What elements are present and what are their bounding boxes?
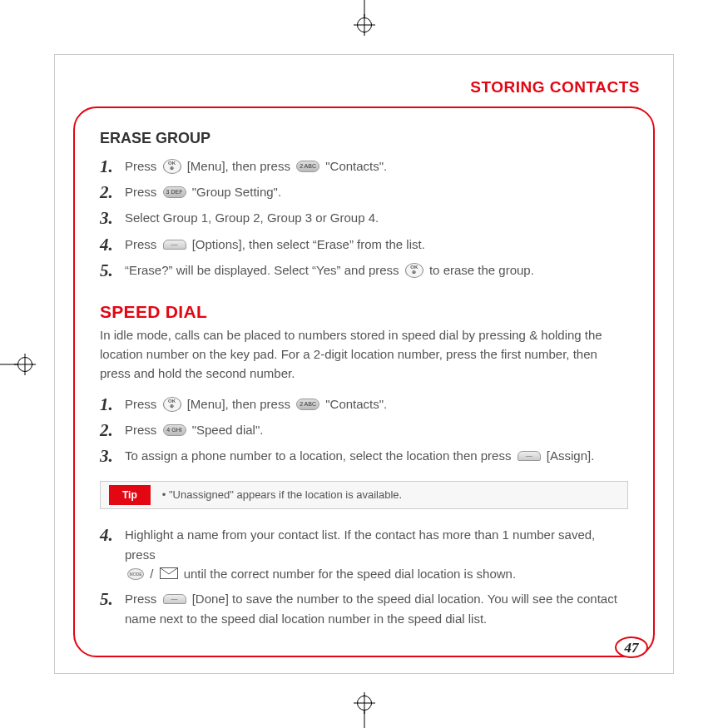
step-text: "Contacts".: [325, 397, 387, 411]
speed-dial-intro: In idle mode, calls can be placed to num…: [100, 325, 628, 384]
key-4ghi-icon: 4 GHI: [163, 424, 186, 436]
softkey-icon: [518, 451, 541, 461]
step: 3. To assign a phone number to a locatio…: [100, 443, 628, 469]
step: 5. Press [Done] to save the number to th…: [100, 587, 628, 631]
registration-mark: [357, 696, 372, 711]
step-text: "Speed dial".: [192, 423, 264, 437]
step-number: 2.: [100, 182, 125, 203]
step-text: Press: [125, 423, 161, 437]
key-3def-icon: 3 DEF: [163, 186, 186, 198]
step-text: "Group Setting".: [192, 185, 281, 199]
step-text: [Menu], then press: [187, 159, 294, 173]
step: 3. Select Group 1, Group 2, Group 3 or G…: [100, 206, 628, 231]
ok-key-icon: [405, 263, 423, 278]
step-number: 1.: [100, 156, 125, 177]
speed-dial-steps-a: 1. Press [Menu], then press 2 ABC "Conta…: [100, 392, 628, 470]
page-header: STORING CONTACTS: [73, 78, 655, 97]
ok-key-icon: [163, 397, 181, 412]
section-title-erase-group: ERASE GROUP: [100, 130, 628, 147]
softkey-icon: [163, 240, 186, 250]
step-text: [Menu], then press: [187, 397, 294, 411]
step: 2. Press 4 GHI "Speed dial".: [100, 418, 628, 443]
content-box: ERASE GROUP 1. Press [Menu], then press …: [73, 106, 655, 657]
key-2abc-icon: 2 ABC: [296, 399, 319, 410]
softkey-icon: [163, 594, 186, 604]
step-number: 3.: [100, 208, 125, 229]
erase-group-steps: 1. Press [Menu], then press 2 ABC "Conta…: [100, 154, 628, 284]
step: 4. Highlight a name from your contact li…: [100, 522, 628, 587]
step-number: 3.: [100, 446, 125, 467]
step-text: Select Group 1, Group 2, Group 3 or Grou…: [125, 208, 628, 227]
step-text: “Erase?” will be displayed. Select “Yes”…: [125, 263, 403, 277]
step-number: 5.: [100, 589, 125, 610]
step-number: 1.: [100, 394, 125, 415]
step-text: Press: [125, 185, 161, 199]
step-text: until the correct number for the speed d…: [184, 567, 516, 581]
step: 4. Press [Options], then select “Erase” …: [100, 232, 628, 258]
step-text: Press: [125, 592, 161, 606]
registration-mark: [17, 357, 32, 372]
step-text: Highlight a name from your contact list.…: [125, 527, 595, 561]
step-text: Press: [125, 397, 161, 411]
envelope-icon: [160, 565, 178, 584]
step-text: [Done] to save the number to the speed d…: [125, 592, 617, 625]
step-number: 4.: [100, 235, 125, 255]
step-text: /: [150, 567, 156, 581]
step: 1. Press [Menu], then press 2 ABC "Conta…: [100, 392, 628, 418]
step-text: "Contacts".: [325, 159, 387, 173]
mode-key-icon: MODE: [127, 568, 144, 580]
tip-badge: Tip: [109, 485, 151, 505]
step-text: [Assign].: [547, 448, 595, 463]
ok-key-icon: [163, 159, 181, 174]
step: 1. Press [Menu], then press 2 ABC "Conta…: [100, 154, 628, 180]
step: 2. Press 3 DEF "Group Setting".: [100, 180, 628, 206]
step-text: To assign a phone number to a location, …: [125, 448, 515, 463]
step-text: Press: [125, 237, 161, 251]
step-text: to erase the group.: [429, 263, 534, 277]
key-2abc-icon: 2 ABC: [296, 161, 319, 172]
section-title-speed-dial: SPEED DIAL: [100, 302, 628, 322]
page-number: 47: [615, 636, 648, 658]
registration-mark: [357, 17, 372, 32]
step-text: [Options], then select “Erase” from the …: [192, 237, 425, 251]
step: 5. “Erase?” will be displayed. Select “Y…: [100, 258, 628, 284]
step-number: 5.: [100, 260, 125, 281]
step-number: 4.: [100, 525, 125, 546]
step-number: 2.: [100, 420, 125, 441]
tip-callout: Tip • "Unassigned" appears if the locati…: [100, 481, 628, 509]
speed-dial-steps-b: 4. Highlight a name from your contact li…: [100, 522, 628, 631]
step-text: Press: [125, 159, 161, 173]
tip-text: • "Unassigned" appears if the location i…: [151, 482, 627, 508]
page-frame: STORING CONTACTS ERASE GROUP 1. Press [M…: [54, 54, 674, 674]
